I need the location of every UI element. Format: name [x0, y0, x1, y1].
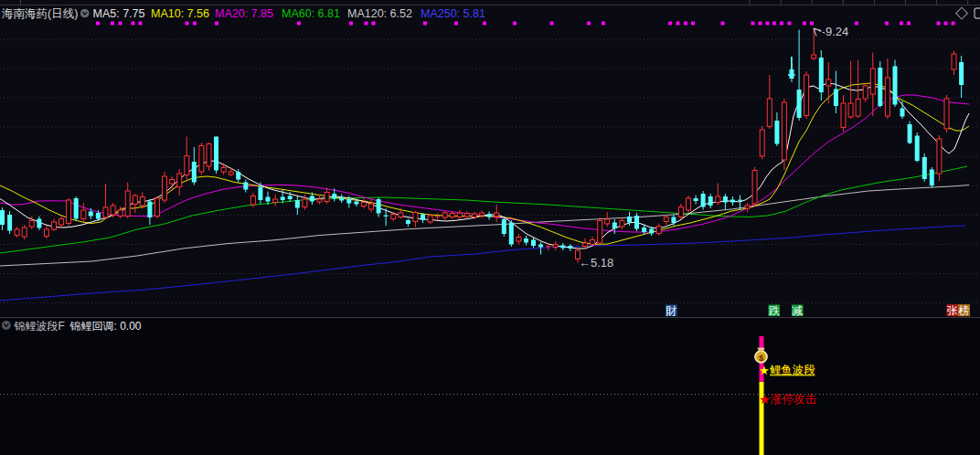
svg-text:张: 张	[947, 304, 958, 317]
svg-text:MA10: 7.56: MA10: 7.56	[151, 7, 209, 20]
svg-text:MA5: 7.75: MA5: 7.75	[93, 7, 145, 20]
svg-text:涨停攻击: 涨停攻击	[770, 393, 817, 406]
svg-text:★: ★	[759, 392, 771, 407]
svg-text:锦鲤回调: 0.00: 锦鲤回调: 0.00	[69, 320, 142, 333]
svg-text:MA250: 5.81: MA250: 5.81	[421, 7, 485, 20]
svg-text:MA20: 7.85: MA20: 7.85	[215, 7, 273, 20]
svg-text:←5.18: ←5.18	[579, 256, 613, 270]
svg-text:锦鲤波段F: 锦鲤波段F	[14, 320, 65, 333]
svg-text:减: 减	[792, 304, 803, 317]
svg-text:鲤鱼波段: 鲤鱼波段	[769, 364, 815, 376]
svg-text:9.24: 9.24	[826, 25, 848, 38]
svg-text:★: ★	[759, 364, 770, 377]
svg-text:MA120: 6.52: MA120: 6.52	[347, 7, 412, 20]
svg-text:$: $	[759, 353, 764, 363]
svg-text:海南海药(日线): 海南海药(日线)	[2, 7, 78, 20]
svg-text:跌: 跌	[769, 304, 780, 317]
svg-text:財: 財	[666, 304, 676, 317]
svg-text:MA60: 6.81: MA60: 6.81	[282, 7, 340, 20]
svg-text:榜: 榜	[958, 304, 970, 317]
